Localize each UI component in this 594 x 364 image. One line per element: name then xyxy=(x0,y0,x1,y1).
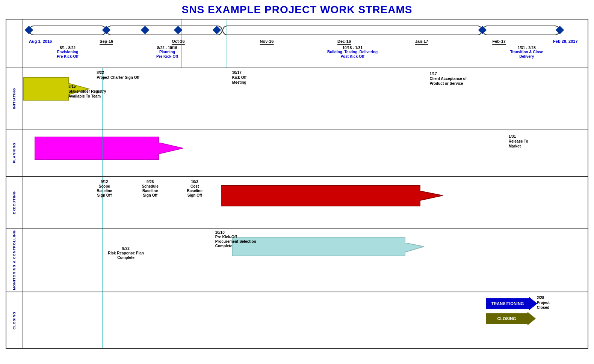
vline-clos-2 xyxy=(176,292,176,348)
vline-mon-1 xyxy=(102,229,103,292)
phase-transition: 1/31 - 2/28 Transition & CloseDelivery xyxy=(488,46,565,59)
page-wrapper: SNS EXAMPLE PROJECT WORK STREAMS xyxy=(0,0,594,364)
phase-envisioning: 8/1 - 8/22 EnvisioningPre Kick-Off xyxy=(29,46,106,59)
milestone-acceptance: 1/17 Client Acceptance of Product or Ser… xyxy=(429,71,467,86)
milestone-closed: 2/28 Project Closed xyxy=(537,295,550,310)
row-content-executing: 9/12 Scope Baseline Sign Off 9/26 Schedu… xyxy=(23,177,588,228)
transitioning-btn: TRANSITIONING xyxy=(486,298,529,309)
row-executing: EXECUTING 9/12 Scope Baseline xyxy=(6,177,588,229)
row-label-text-monitoring: MONITORING & CONTROLLING xyxy=(12,230,17,290)
vline-plan-1 xyxy=(102,129,103,176)
row-label-initiating: INITIATING xyxy=(6,68,23,129)
svg-marker-1 xyxy=(35,137,183,159)
arrow-executing xyxy=(221,184,571,208)
row-planning: PLANNING 1/31 Release To Market xyxy=(6,129,588,177)
tl-content: Aug 1, 2016 Sep-16 Oct-16 Nov-16 Dec-16 … xyxy=(23,20,588,68)
timeline-header: Aug 1, 2016 Sep-16 Oct-16 Nov-16 Dec-16 … xyxy=(6,20,588,68)
vline-exec-2 xyxy=(176,177,176,228)
row-label-closing: CLOSING xyxy=(6,292,23,348)
row-label-text-closing: CLOSING xyxy=(12,311,17,329)
vline-exec-3 xyxy=(221,177,221,228)
tl-spacer xyxy=(6,20,23,68)
row-label-executing: EXECUTING xyxy=(6,177,23,228)
milestone-risk: 9/22 Risk Response Plan Complete xyxy=(108,247,144,260)
date-feb28: Feb 28, 2017 xyxy=(553,39,577,44)
row-label-planning: PLANNING xyxy=(6,129,23,176)
svg-marker-3 xyxy=(232,237,424,256)
milestone-stakeholder: 8/15 Stakeholder Registry Available To T… xyxy=(68,84,106,99)
closing-arrow-head xyxy=(527,312,536,325)
grid-rows: INITIATING 8/22 Project Charter Sign Off xyxy=(6,68,588,348)
date-dec: Dec-16 xyxy=(337,39,351,45)
row-monitoring: MONITORING & CONTROLLING 9/22 Risk Respo… xyxy=(6,229,588,292)
vline-clos-1 xyxy=(102,292,103,348)
milestone-kickoff: 10/17 Kick Off Meeting xyxy=(232,70,246,85)
milestone-procurement: 10/10 Pre Kick-Off Procurement Selection… xyxy=(215,230,256,248)
transitioning-arrow-head xyxy=(529,297,537,310)
arrow-monitoring xyxy=(232,235,543,258)
vline-sep xyxy=(108,20,108,68)
date-oct: Oct-16 xyxy=(172,39,184,45)
vline-init-2 xyxy=(176,68,176,129)
row-label-monitoring: MONITORING & CONTROLLING xyxy=(6,229,23,292)
vline-mon-2 xyxy=(176,229,176,292)
vline-plan-2 xyxy=(176,129,176,176)
transitioning-container: TRANSITIONING xyxy=(486,297,538,310)
date-sep: Sep-16 xyxy=(100,39,113,45)
milestone-release: 1/31 Release To Market xyxy=(509,134,528,149)
row-content-closing: TRANSITIONING 2/28 Project Closed CLOSIN… xyxy=(23,292,588,348)
row-content-monitoring: 9/22 Risk Response Plan Complete 10/10 P… xyxy=(23,229,588,292)
row-closing: CLOSING TRANSITIONING 2/28 Projec xyxy=(6,292,588,348)
svg-marker-2 xyxy=(221,185,443,206)
closing-arrow-container: CLOSING xyxy=(486,312,536,325)
row-label-text-initiating: INITIATING xyxy=(12,88,17,109)
row-content-initiating: 8/22 Project Charter Sign Off 8/15 Stake… xyxy=(23,68,588,129)
date-aug: Aug 1, 2016 xyxy=(29,39,52,44)
phase-building: 10/18 - 1/31 Building, Testing, Deliveri… xyxy=(222,46,482,59)
date-jan: Jan-17 xyxy=(415,39,428,45)
vline-plan-3 xyxy=(221,129,221,176)
vline-clos-3 xyxy=(221,292,221,348)
milestone-charter: 8/22 Project Charter Sign Off xyxy=(97,70,139,80)
vline-oct xyxy=(181,20,182,68)
vline-init-3 xyxy=(221,68,221,129)
arrow-planning xyxy=(35,135,277,161)
milestone-cost: 10/3 Cost Baseline Sign Off xyxy=(187,180,203,198)
milestone-scope: 9/12 Scope Baseline Sign Off xyxy=(97,180,112,198)
milestone-schedule: 9/26 Schedule Baseline Sign Off xyxy=(142,180,158,198)
phase-planning: 8/22 - 10/16 PlanningPre Kick-Off xyxy=(106,46,228,59)
vline-oct2 xyxy=(227,20,227,68)
chart-outer: Aug 1, 2016 Sep-16 Oct-16 Nov-16 Dec-16 … xyxy=(6,19,588,349)
row-label-text-planning: PLANNING xyxy=(12,143,17,163)
row-label-text-executing: EXECUTING xyxy=(12,191,17,214)
closing-btn: CLOSING xyxy=(486,313,527,324)
row-initiating: INITIATING 8/22 Project Charter Sign Off xyxy=(6,68,588,129)
page-title: SNS EXAMPLE PROJECT WORK STREAMS xyxy=(6,4,588,16)
date-nov: Nov-16 xyxy=(260,39,274,45)
row-content-planning: 1/31 Release To Market xyxy=(23,129,588,176)
date-feb: Feb-17 xyxy=(492,39,505,45)
